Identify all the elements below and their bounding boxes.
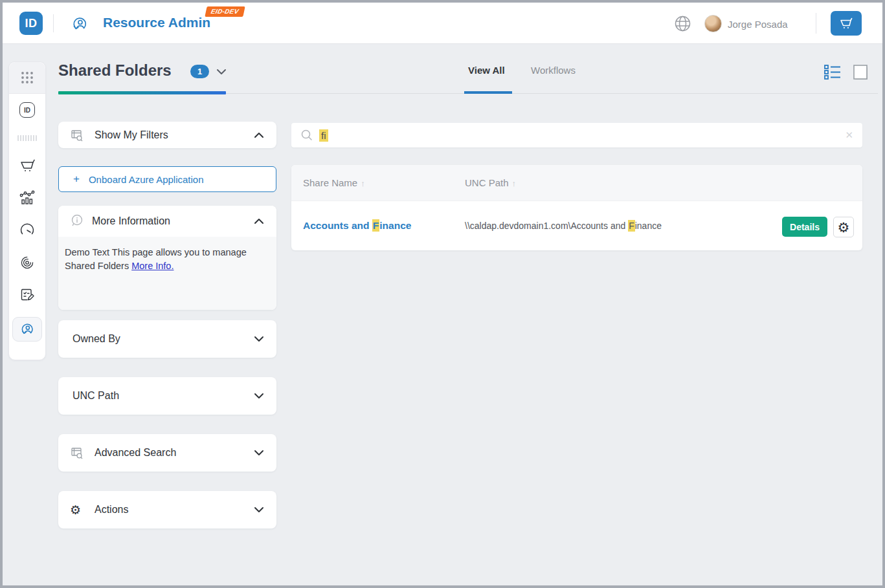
- filter-search-icon: [70, 446, 87, 460]
- chevron-down-icon[interactable]: [215, 67, 228, 76]
- active-item-highlight: [12, 317, 42, 342]
- share-name-header-label: Share Name: [303, 177, 357, 188]
- active-tab-indicator: [464, 91, 512, 94]
- fingerprint-icon: [19, 255, 35, 270]
- onboard-azure-application-button[interactable]: + Onboard Azure Application: [58, 166, 276, 192]
- sidebar-item-tasks[interactable]: [9, 279, 45, 311]
- details-button[interactable]: Details: [782, 217, 827, 237]
- more-info-link[interactable]: More Info.: [131, 261, 174, 271]
- chevron-up-icon: [253, 217, 265, 225]
- advanced-search-label: Advanced Search: [95, 447, 176, 459]
- search-match-highlight: F: [628, 220, 635, 232]
- actions-toggle[interactable]: ⚙ Actions: [58, 491, 276, 528]
- analytics-chart-icon: [19, 190, 36, 206]
- column-header-unc-path[interactable]: UNC Path↑: [465, 177, 516, 188]
- barcode-icon: [17, 135, 37, 141]
- sidebar-item-cart[interactable]: [9, 149, 45, 182]
- sidebar-item-dashboard[interactable]: [9, 214, 45, 246]
- sidebar-item-barcode[interactable]: [9, 126, 45, 149]
- left-icon-sidebar: ID: [8, 61, 46, 360]
- chevron-down-icon: [253, 449, 265, 457]
- chevron-down-icon: [253, 392, 265, 400]
- chevron-up-icon: [253, 131, 265, 139]
- tasks-edit-icon: [19, 287, 36, 303]
- resource-admin-icon: [19, 321, 36, 338]
- cart-icon: [19, 158, 36, 173]
- gauge-icon: [19, 222, 36, 239]
- user-name: Jorge Posada: [728, 19, 788, 30]
- table-header-row: Share Name↑ UNC Path↑: [291, 165, 862, 201]
- tab-view-all[interactable]: View All: [468, 65, 505, 76]
- sidebar-item-apps-grid[interactable]: [9, 62, 45, 94]
- sort-asc-icon: ↑: [361, 179, 365, 188]
- clear-search-icon[interactable]: ✕: [845, 129, 853, 141]
- share-name-link[interactable]: Accounts and Finance: [303, 220, 465, 232]
- share-name-text: Accounts and: [303, 220, 372, 231]
- show-my-filters-panel: Show My Filters: [58, 122, 276, 148]
- onboard-button-label: Onboard Azure Application: [89, 174, 204, 185]
- more-information-label: More Information: [92, 215, 170, 227]
- sidebar-item-fingerprint[interactable]: [9, 246, 45, 279]
- gear-icon: ⚙: [838, 221, 850, 234]
- apps-grid-icon: [20, 71, 34, 85]
- chevron-down-icon: [253, 506, 265, 514]
- more-information-toggle[interactable]: More Information: [58, 206, 276, 237]
- app-title: Resource Admin: [103, 15, 210, 30]
- user-avatar[interactable]: [704, 15, 722, 32]
- owned-by-panel: Owned By: [58, 320, 276, 358]
- company-logo[interactable]: ID: [19, 12, 43, 35]
- sort-asc-icon: ↑: [512, 179, 517, 188]
- search-input[interactable]: fi ✕: [291, 123, 862, 147]
- table-row: Accounts and Finance \\caldap.devdomain1…: [291, 201, 862, 250]
- more-information-body: Demo Text This page allows you to manage…: [58, 237, 276, 310]
- search-icon: [300, 129, 313, 142]
- result-count-badge: 1: [190, 65, 209, 78]
- search-match-highlight: F: [372, 219, 379, 232]
- header-divider: [816, 13, 816, 34]
- header-divider: [53, 14, 54, 32]
- sidebar-item-resource-admin[interactable]: [9, 311, 45, 347]
- page-title: Shared Folders: [58, 61, 172, 80]
- unc-path-text: \\caldap.devdomain1.com\Accounts and: [465, 221, 628, 231]
- language-globe-icon[interactable]: [673, 14, 692, 33]
- show-my-filters-label: Show My Filters: [95, 129, 168, 141]
- actions-panel: ⚙ Actions: [58, 491, 276, 528]
- show-my-filters-toggle[interactable]: Show My Filters: [58, 122, 276, 148]
- list-view-toggle[interactable]: [823, 63, 842, 80]
- info-icon: [70, 213, 84, 229]
- column-header-share-name[interactable]: Share Name↑: [303, 177, 465, 188]
- advanced-search-panel: Advanced Search: [58, 434, 276, 472]
- resource-admin-app: { "header": { "logo_text": "ID", "title"…: [0, 0, 885, 588]
- gear-icon: ⚙: [70, 504, 87, 516]
- plus-icon: +: [73, 173, 80, 186]
- resource-admin-icon: [70, 14, 89, 34]
- top-header: ID Resource Admin EID-DEV Jorge Posada: [3, 3, 882, 44]
- search-query-highlighted: fi: [319, 129, 328, 142]
- environment-badge: EID-DEV: [205, 6, 245, 17]
- unc-path-header-label: UNC Path: [465, 177, 509, 188]
- unc-path-cell: \\caldap.devdomain1.com\Accounts and Fin…: [465, 221, 662, 231]
- owned-by-toggle[interactable]: Owned By: [58, 320, 276, 358]
- list-view-icon: [823, 63, 842, 80]
- card-view-toggle[interactable]: [851, 63, 870, 82]
- advanced-search-toggle[interactable]: Advanced Search: [58, 434, 276, 472]
- id-icon: ID: [19, 102, 35, 118]
- unc-path-panel: UNC Path: [58, 377, 276, 415]
- unc-path-label: UNC Path: [73, 390, 119, 402]
- more-information-panel: More Information Demo Text This page all…: [58, 206, 276, 310]
- share-name-text: inance: [379, 220, 411, 231]
- unc-path-toggle[interactable]: UNC Path: [58, 377, 276, 415]
- sidebar-item-analytics[interactable]: [9, 182, 45, 214]
- actions-label: Actions: [95, 504, 128, 516]
- tab-workflows[interactable]: Workflows: [531, 65, 576, 76]
- filter-search-icon: [70, 128, 87, 142]
- chevron-down-icon: [253, 335, 265, 343]
- title-gradient-underline: [58, 91, 226, 94]
- unc-path-text: inance: [635, 221, 662, 231]
- cart-icon: [839, 17, 853, 30]
- card-view-icon: [851, 63, 870, 82]
- cart-button[interactable]: [831, 11, 862, 36]
- row-settings-button[interactable]: ⚙: [833, 217, 854, 237]
- shared-folders-table: Share Name↑ UNC Path↑ Accounts and Finan…: [291, 165, 862, 250]
- sidebar-item-id[interactable]: ID: [9, 94, 45, 126]
